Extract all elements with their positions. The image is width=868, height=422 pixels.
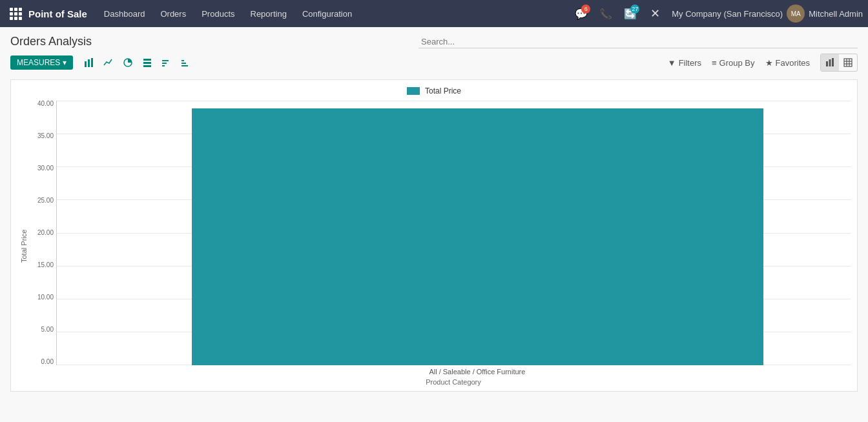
nav-reporting[interactable]: Reporting bbox=[244, 0, 293, 27]
table-view-icon bbox=[843, 58, 852, 67]
sort-desc-button[interactable] bbox=[178, 54, 194, 71]
phone-button[interactable]: 📞 bbox=[595, 3, 616, 24]
svg-rect-0 bbox=[85, 61, 87, 67]
toolbar-row: MEASURES ▾ bbox=[10, 54, 858, 72]
svg-rect-14 bbox=[829, 59, 831, 66]
activity-button[interactable]: 🔄 27 bbox=[620, 3, 641, 24]
chart-view-button[interactable] bbox=[821, 54, 839, 71]
legend-color-swatch bbox=[407, 87, 420, 95]
svg-rect-16 bbox=[844, 59, 852, 66]
view-toggle bbox=[820, 54, 858, 72]
navbar-right: 💬 6 📞 🔄 27 ✕ My Company (San Francisco) … bbox=[571, 3, 863, 24]
stack-icon bbox=[142, 57, 152, 68]
y-tick-5: 5.00 bbox=[30, 327, 56, 333]
table-view-button[interactable] bbox=[839, 54, 857, 71]
svg-rect-15 bbox=[832, 58, 834, 66]
search-input[interactable] bbox=[421, 37, 855, 46]
svg-rect-7 bbox=[162, 65, 165, 66]
favorites-button[interactable]: ★ Favorites bbox=[765, 58, 810, 68]
chart-area: Total Price Total Price 0.00 5.00 10.00 … bbox=[10, 79, 858, 392]
chart-inner: 0.00 5.00 10.00 15.00 20.00 25.00 30.00 … bbox=[30, 101, 851, 391]
sort-asc-icon bbox=[161, 57, 172, 68]
y-tick-20: 20.00 bbox=[30, 230, 56, 236]
stack-chart-button[interactable] bbox=[139, 54, 156, 71]
y-axis-label: Total Price bbox=[17, 101, 30, 391]
svg-rect-10 bbox=[181, 60, 184, 61]
close-icon: ✕ bbox=[650, 6, 660, 21]
close-button[interactable]: ✕ bbox=[645, 3, 665, 24]
avatar[interactable]: MA bbox=[787, 5, 805, 23]
y-tick-35: 35.00 bbox=[30, 133, 56, 139]
search-row: Orders Analysis bbox=[10, 35, 858, 48]
chart-legend: Total Price bbox=[17, 86, 851, 95]
filter-icon: ▼ bbox=[668, 58, 676, 68]
chat-button[interactable]: 💬 6 bbox=[571, 3, 592, 24]
x-label: All / Saleable / Office Furniture bbox=[191, 368, 763, 376]
app-grid-button[interactable] bbox=[5, 3, 26, 24]
svg-rect-5 bbox=[143, 62, 151, 64]
brand-label: Point of Sale bbox=[28, 8, 87, 19]
grid-icon bbox=[10, 8, 22, 20]
bar-total-price[interactable] bbox=[192, 108, 763, 365]
y-tick-40: 40.00 bbox=[30, 101, 56, 107]
phone-icon: 📞 bbox=[599, 8, 612, 20]
bar-chart-icon bbox=[84, 57, 94, 68]
main-content: Orders Analysis MEASURES ▾ bbox=[0, 27, 868, 392]
measures-button[interactable]: MEASURES ▾ bbox=[10, 55, 73, 70]
bars-container bbox=[57, 101, 851, 365]
svg-rect-12 bbox=[181, 65, 188, 66]
nav-orders[interactable]: Orders bbox=[154, 0, 192, 27]
chart-grid-area: 0.00 5.00 10.00 15.00 20.00 25.00 30.00 … bbox=[30, 101, 851, 365]
nav-products[interactable]: Products bbox=[195, 0, 241, 27]
svg-rect-2 bbox=[91, 58, 93, 67]
navbar: Point of Sale Dashboard Orders Products … bbox=[0, 0, 868, 27]
chart-view-icon bbox=[825, 58, 834, 67]
bar-area bbox=[56, 101, 851, 365]
x-axis-title: Product Category bbox=[30, 378, 851, 391]
svg-rect-11 bbox=[181, 63, 186, 64]
y-tick-15: 15.00 bbox=[30, 262, 56, 268]
star-icon: ★ bbox=[765, 58, 773, 68]
page-title: Orders Analysis bbox=[10, 35, 92, 48]
y-ticks: 0.00 5.00 10.00 15.00 20.00 25.00 30.00 … bbox=[30, 101, 56, 365]
group-by-button[interactable]: ≡ Group By bbox=[712, 58, 755, 68]
groupby-icon: ≡ bbox=[712, 58, 717, 68]
company-name: My Company (San Francisco) bbox=[672, 9, 783, 19]
sort-asc-button[interactable] bbox=[158, 54, 175, 71]
svg-rect-13 bbox=[826, 61, 828, 66]
line-chart-icon bbox=[103, 57, 114, 68]
svg-rect-4 bbox=[143, 59, 151, 61]
chat-badge: 6 bbox=[581, 5, 590, 14]
svg-rect-6 bbox=[143, 65, 151, 67]
line-chart-button[interactable] bbox=[100, 54, 117, 71]
chart-wrapper: Total Price 0.00 5.00 10.00 15.00 20.00 … bbox=[17, 101, 851, 391]
filters-button[interactable]: ▼ Filters bbox=[668, 58, 701, 68]
bar-chart-button[interactable] bbox=[81, 54, 98, 71]
avatar-initials: MA bbox=[791, 10, 801, 17]
search-container bbox=[418, 35, 858, 48]
svg-rect-8 bbox=[162, 63, 167, 64]
sort-desc-icon bbox=[181, 57, 191, 68]
y-tick-10: 10.00 bbox=[30, 294, 56, 301]
pie-chart-button[interactable] bbox=[119, 54, 136, 71]
svg-rect-1 bbox=[88, 59, 90, 67]
y-tick-0: 0.00 bbox=[30, 359, 56, 365]
y-tick-30: 30.00 bbox=[30, 165, 56, 172]
x-label-spacer bbox=[56, 368, 191, 376]
nav-configuration[interactable]: Configuration bbox=[296, 0, 358, 27]
pie-chart-icon bbox=[123, 57, 133, 68]
brand[interactable]: Point of Sale bbox=[28, 8, 87, 19]
toolbar-right: ▼ Filters ≡ Group By ★ Favorites bbox=[668, 54, 858, 72]
x-axis-labels: All / Saleable / Office Furniture bbox=[30, 368, 851, 376]
svg-rect-9 bbox=[162, 60, 169, 61]
user-name: Mitchell Admin bbox=[809, 9, 863, 19]
legend-label: Total Price bbox=[425, 86, 461, 95]
chevron-down-icon: ▾ bbox=[63, 58, 67, 67]
nav-dashboard[interactable]: Dashboard bbox=[98, 0, 152, 27]
chart-type-icons bbox=[81, 54, 194, 71]
y-tick-25: 25.00 bbox=[30, 197, 56, 204]
activity-badge: 27 bbox=[630, 5, 639, 14]
